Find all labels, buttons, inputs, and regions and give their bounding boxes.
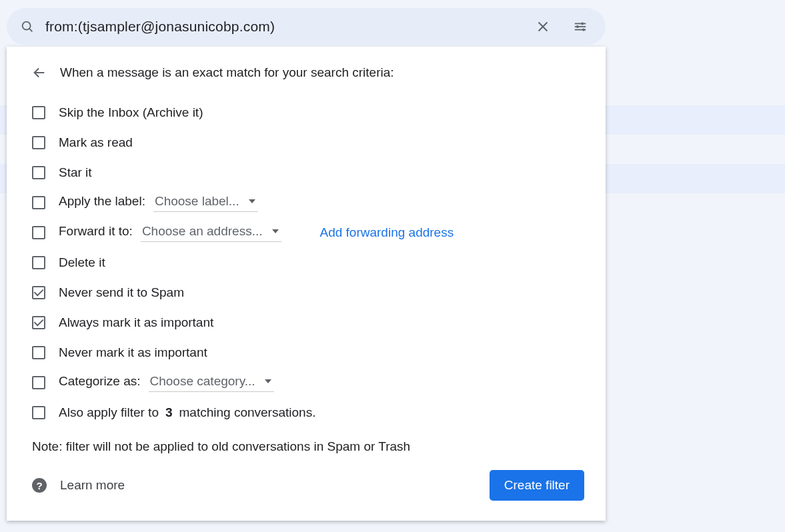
also-apply-prefix: Also apply filter to: [59, 405, 159, 420]
checkbox-skip-inbox[interactable]: [32, 106, 45, 119]
panel-note: Note: filter will not be applied to old …: [32, 439, 584, 454]
option-mark-read: Mark as read: [32, 127, 584, 157]
help-icon: ?: [32, 478, 47, 493]
panel-footer: ? Learn more Create filter: [32, 470, 584, 501]
checkbox-apply-label[interactable]: [32, 196, 45, 209]
chevron-down-icon: [272, 229, 279, 233]
checkbox-star-it[interactable]: [32, 166, 45, 179]
categorize-select-text: Choose category...: [150, 374, 255, 389]
panel-header: When a message is an exact match for you…: [32, 65, 584, 80]
search-input[interactable]: [45, 19, 519, 35]
checkbox-delete-it[interactable]: [32, 256, 45, 269]
checkbox-never-important[interactable]: [32, 346, 45, 359]
label-always-important: Always mark it as important: [59, 315, 213, 330]
option-never-important: Never mark it as important: [32, 337, 584, 367]
label-never-important: Never mark it as important: [59, 345, 207, 360]
label-delete-it: Delete it: [59, 255, 105, 270]
categorize-select[interactable]: Choose category...: [149, 373, 274, 392]
option-forward: Forward it to: Choose an address... Add …: [32, 217, 584, 247]
forward-select[interactable]: Choose an address...: [141, 223, 281, 242]
add-forwarding-address-link[interactable]: Add forwarding address: [320, 225, 454, 240]
label-star-it: Star it: [59, 165, 92, 180]
panel-title: When a message is an exact match for you…: [60, 65, 394, 80]
svg-point-0: [23, 22, 31, 30]
option-delete-it: Delete it: [32, 247, 584, 277]
forward-prefix: Forward it to:: [59, 224, 133, 239]
option-categorize: Categorize as: Choose category...: [32, 367, 584, 397]
label-skip-inbox: Skip the Inbox (Archive it): [59, 105, 203, 120]
learn-more: ? Learn more: [32, 478, 125, 493]
option-also-apply: Also apply filter to 3 matching conversa…: [32, 397, 584, 427]
filter-panel: When a message is an exact match for you…: [7, 47, 606, 521]
label-also-apply: Also apply filter to 3 matching conversa…: [59, 405, 315, 420]
checkbox-categorize[interactable]: [32, 376, 45, 389]
label-apply-label: Apply the label: Choose label...: [59, 193, 258, 212]
filter-options: Skip the Inbox (Archive it) Mark as read…: [32, 97, 584, 427]
checkbox-always-important[interactable]: [32, 316, 45, 329]
search-options-button[interactable]: [567, 13, 594, 40]
svg-rect-7: [582, 23, 584, 25]
option-always-important: Always mark it as important: [32, 307, 584, 337]
svg-line-1: [29, 29, 32, 31]
clear-search-button[interactable]: [530, 13, 556, 40]
learn-more-link[interactable]: Learn more: [60, 478, 125, 493]
apply-label-select[interactable]: Choose label...: [153, 193, 258, 212]
back-arrow-icon[interactable]: [32, 65, 47, 80]
chevron-down-icon: [265, 379, 271, 383]
label-mark-read: Mark as read: [59, 135, 133, 150]
label-categorize: Categorize as: Choose category...: [59, 373, 274, 392]
apply-label-select-text: Choose label...: [155, 194, 239, 209]
forward-select-text: Choose an address...: [142, 224, 263, 239]
apply-label-prefix: Apply the label:: [59, 194, 145, 209]
label-forward: Forward it to: Choose an address...: [59, 223, 281, 242]
close-icon: [536, 19, 550, 34]
svg-rect-9: [583, 29, 585, 31]
chevron-down-icon: [249, 199, 255, 203]
label-never-spam: Never send it to Spam: [59, 285, 184, 300]
option-skip-inbox: Skip the Inbox (Archive it): [32, 97, 584, 127]
option-never-spam: Never send it to Spam: [32, 277, 584, 307]
categorize-prefix: Categorize as:: [59, 374, 141, 389]
option-apply-label: Apply the label: Choose label...: [32, 187, 584, 217]
tune-icon: [573, 19, 588, 34]
also-apply-count: 3: [165, 405, 173, 420]
svg-rect-8: [577, 25, 579, 28]
also-apply-suffix: matching conversations.: [179, 405, 316, 420]
search-bar: [7, 8, 606, 45]
checkbox-never-spam[interactable]: [32, 286, 45, 299]
checkbox-also-apply[interactable]: [32, 406, 45, 419]
checkbox-forward[interactable]: [32, 226, 45, 239]
search-icon: [20, 19, 35, 34]
option-star-it: Star it: [32, 157, 584, 187]
checkbox-mark-read[interactable]: [32, 136, 45, 149]
create-filter-button[interactable]: Create filter: [490, 470, 584, 501]
